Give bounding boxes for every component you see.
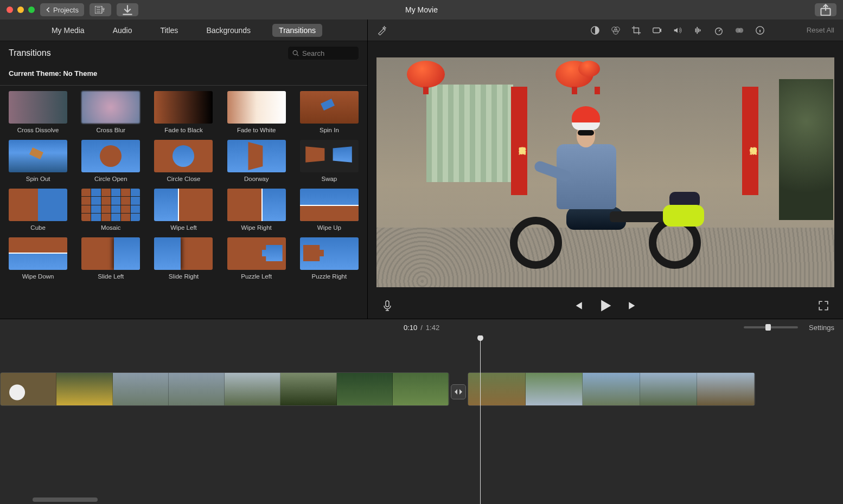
back-label: Projects xyxy=(53,6,79,14)
browser-title: Transitions xyxy=(9,48,288,58)
reset-all-button[interactable]: Reset All xyxy=(807,26,834,34)
transition-thumbnail xyxy=(81,140,140,172)
transition-label: Cross Blur xyxy=(78,127,143,133)
transition-mosaic[interactable]: Mosaic xyxy=(78,189,143,231)
search-input[interactable]: Search xyxy=(288,47,359,60)
transition-spin-out[interactable]: Spin Out xyxy=(5,140,71,182)
transition-thumbnail xyxy=(154,189,213,221)
volume-icon[interactable] xyxy=(672,25,683,36)
fullscreen-window-button[interactable] xyxy=(28,7,35,13)
playhead[interactable] xyxy=(480,335,481,504)
transition-label: Cross Dissolve xyxy=(5,127,71,133)
transition-label: Wipe Down xyxy=(5,273,71,280)
tab-my-media[interactable]: My Media xyxy=(45,24,91,37)
transition-thumbnail xyxy=(9,91,67,124)
total-time: 1:42 xyxy=(426,324,439,332)
info-icon[interactable] xyxy=(755,25,765,36)
transition-cube[interactable]: Cube xyxy=(5,189,71,231)
transition-thumbnail xyxy=(81,237,140,270)
play-button[interactable] xyxy=(597,298,614,314)
filters-icon[interactable] xyxy=(734,25,745,36)
timeline-settings-button[interactable]: Settings xyxy=(809,324,834,332)
transition-label: Wipe Up xyxy=(297,224,362,231)
transition-thumbnail xyxy=(300,140,359,172)
color-balance-icon[interactable] xyxy=(590,25,601,36)
color-correction-icon[interactable] xyxy=(610,25,621,36)
close-window-button[interactable] xyxy=(7,7,13,13)
zoom-slider[interactable] xyxy=(744,326,798,328)
transition-thumbnail xyxy=(300,189,359,221)
transition-cross-blur[interactable]: Cross Blur xyxy=(78,91,143,133)
transition-thumbnail xyxy=(9,237,67,270)
transitions-grid: Cross DissolveCross BlurFade to BlackFad… xyxy=(0,88,367,283)
enhance-wand-icon[interactable] xyxy=(376,25,387,36)
transition-fade-to-white[interactable]: Fade to White xyxy=(224,91,289,133)
library-toggle-button[interactable] xyxy=(90,3,111,16)
transition-swap[interactable]: Swap xyxy=(297,140,362,182)
transition-label: Fade to White xyxy=(224,127,289,133)
current-time: 0:10 xyxy=(404,324,417,332)
search-placeholder: Search xyxy=(302,49,324,57)
transition-label: Fade to Black xyxy=(151,127,216,133)
timeline-clip[interactable] xyxy=(0,372,449,406)
tab-transitions[interactable]: Transitions xyxy=(272,24,322,37)
transition-label: Wipe Right xyxy=(224,224,289,231)
transition-cross-dissolve[interactable]: Cross Dissolve xyxy=(5,91,71,133)
transition-label: Doorway xyxy=(224,176,289,182)
transition-indicator[interactable] xyxy=(451,384,466,399)
transition-wipe-right[interactable]: Wipe Right xyxy=(224,189,289,231)
import-button[interactable] xyxy=(117,3,138,16)
audio-waveform xyxy=(1,405,449,406)
timeline-clip[interactable] xyxy=(468,372,755,406)
fullscreen-preview-button[interactable] xyxy=(817,299,830,312)
transition-fade-to-black[interactable]: Fade to Black xyxy=(151,91,216,133)
transition-thumbnail xyxy=(154,237,213,270)
transition-spin-in[interactable]: Spin In xyxy=(297,91,362,133)
transition-circle-open[interactable]: Circle Open xyxy=(78,140,143,182)
transition-wipe-down[interactable]: Wipe Down xyxy=(5,237,71,280)
share-button[interactable] xyxy=(815,3,836,16)
audio-waveform xyxy=(468,405,755,406)
tab-audio[interactable]: Audio xyxy=(106,24,139,37)
svg-point-10 xyxy=(738,28,743,33)
horizontal-scrollbar[interactable] xyxy=(33,497,98,502)
tab-titles[interactable]: Titles xyxy=(154,24,184,37)
transition-label: Spin Out xyxy=(5,176,71,182)
transition-slide-left[interactable]: Slide Left xyxy=(78,237,143,280)
timeline-track[interactable] xyxy=(0,335,843,504)
crop-icon[interactable] xyxy=(631,25,642,36)
transition-thumbnail xyxy=(9,189,67,221)
transition-doorway[interactable]: Doorway xyxy=(224,140,289,182)
project-title: My Movie xyxy=(405,5,438,14)
video-frame: 恭喜發財萬事如 新年快樂身體健 xyxy=(376,57,834,287)
stabilization-icon[interactable] xyxy=(652,25,662,36)
transition-puzzle-right[interactable]: Puzzle Right xyxy=(297,237,362,280)
window-controls xyxy=(7,7,35,13)
transition-wipe-left[interactable]: Wipe Left xyxy=(151,189,216,231)
transition-label: Mosaic xyxy=(78,224,143,231)
voiceover-record-button[interactable] xyxy=(381,299,394,312)
previous-frame-button[interactable] xyxy=(571,299,584,312)
timeline: 0:10 / 1:42 Settings xyxy=(0,319,843,504)
next-frame-button[interactable] xyxy=(627,299,640,312)
transition-thumbnail xyxy=(227,140,286,172)
transition-thumbnail xyxy=(81,189,140,221)
transition-label: Spin In xyxy=(297,127,362,133)
transition-thumbnail xyxy=(227,189,286,221)
transition-wipe-up[interactable]: Wipe Up xyxy=(297,189,362,231)
transition-slide-right[interactable]: Slide Right xyxy=(151,237,216,280)
tab-backgrounds[interactable]: Backgrounds xyxy=(200,24,257,37)
speed-icon[interactable] xyxy=(713,25,724,36)
transition-thumbnail xyxy=(81,91,140,124)
transition-circle-close[interactable]: Circle Close xyxy=(151,140,216,182)
theme-label: Current Theme: No Theme xyxy=(0,65,367,86)
back-to-projects-button[interactable]: Projects xyxy=(40,3,84,16)
transition-puzzle-left[interactable]: Puzzle Left xyxy=(224,237,289,280)
browser-header: Transitions Search xyxy=(0,41,367,65)
transition-thumbnail xyxy=(154,91,213,124)
timeline-header: 0:10 / 1:42 Settings xyxy=(0,319,843,335)
minimize-window-button[interactable] xyxy=(17,7,24,13)
transition-thumbnail xyxy=(227,237,286,270)
noise-reduction-icon[interactable] xyxy=(693,25,704,36)
preview-viewport[interactable]: 恭喜發財萬事如 新年快樂身體健 xyxy=(376,57,834,287)
